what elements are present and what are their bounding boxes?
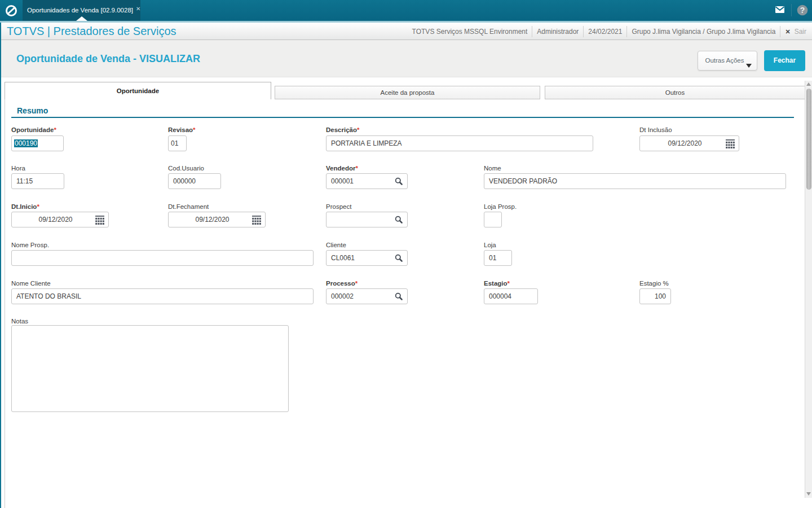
svg-text:?: ? xyxy=(800,6,805,15)
